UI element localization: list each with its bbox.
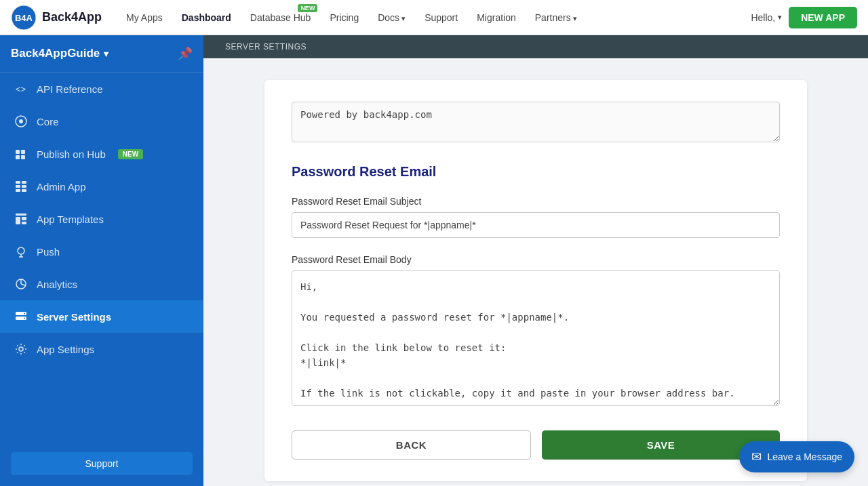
new-app-button[interactable]: NEW APP (789, 7, 857, 28)
body-label: Password Reset Email Body (292, 254, 780, 265)
sidebar-item-app-templates[interactable]: App Templates (0, 203, 203, 235)
sidebar-app-name[interactable]: Back4AppGuide ▾ (11, 47, 108, 60)
sidebar-item-app-settings[interactable]: App Settings (0, 333, 203, 365)
svg-point-27 (19, 347, 23, 351)
svg-point-19 (18, 247, 24, 254)
action-row: BACK SAVE (292, 430, 780, 460)
nav-dashboard[interactable]: Dashboard (174, 8, 239, 27)
prev-body-textarea[interactable]: Powered by back4app.com (292, 102, 780, 142)
body-textarea[interactable]: Hi, You requested a password reset for *… (292, 270, 780, 406)
core-icon (14, 114, 28, 129)
svg-rect-16 (16, 217, 20, 224)
top-nav: B4A Back4App My Apps Dashboard Database … (0, 0, 868, 35)
nav-partners[interactable]: Partners (527, 8, 585, 27)
back-button[interactable]: BACK (292, 430, 531, 460)
svg-rect-6 (21, 150, 25, 154)
svg-rect-5 (16, 150, 20, 154)
sidebar-item-publish-hub[interactable]: Publish on Hub NEW (0, 138, 203, 170)
support-button[interactable]: Support (11, 452, 193, 475)
nav-databasehub[interactable]: Database Hub NEW (242, 8, 319, 27)
section-title: Password Reset Email (292, 164, 780, 180)
nav-right: Hello, ▾ NEW APP (751, 7, 857, 28)
admin-icon (14, 179, 28, 194)
hello-user: Hello, ▾ (751, 12, 782, 23)
logo-icon: B4A (11, 5, 37, 31)
svg-rect-14 (22, 189, 26, 192)
settings-icon (14, 342, 28, 357)
chat-label: Leave a Message (767, 451, 842, 462)
logo-text: Back4App (42, 10, 102, 24)
sidebar-item-analytics[interactable]: Analytics (0, 268, 203, 300)
sidebar-pin-icon[interactable]: 📌 (178, 46, 193, 61)
svg-text:<>: <> (16, 84, 26, 94)
publish-hub-badge: NEW (118, 149, 143, 159)
sidebar-item-push[interactable]: Push (0, 235, 203, 268)
sidebar-item-admin-app[interactable]: Admin App (0, 170, 203, 203)
sidebar-item-server-settings[interactable]: Server Settings (0, 300, 203, 333)
svg-rect-12 (22, 185, 26, 188)
nav-links: My Apps Dashboard Database Hub NEW Prici… (118, 8, 751, 27)
svg-point-25 (24, 313, 25, 315)
server-icon (14, 309, 28, 324)
api-icon: <> (14, 81, 28, 96)
sidebar-footer: Support (0, 441, 203, 486)
subject-input[interactable] (292, 212, 780, 238)
sidebar-header: Back4AppGuide ▾ 📌 (0, 35, 203, 73)
svg-rect-8 (21, 155, 25, 159)
sidebar-item-core[interactable]: Core (0, 105, 203, 138)
database-hub-badge: NEW (298, 4, 317, 12)
svg-point-26 (24, 318, 25, 319)
svg-rect-17 (22, 217, 26, 220)
sidebar-item-api-reference[interactable]: <> API Reference (0, 73, 203, 105)
svg-rect-13 (16, 189, 20, 192)
nav-migration[interactable]: Migration (469, 8, 524, 27)
sidebar-app-arrow: ▾ (104, 49, 108, 59)
svg-rect-11 (16, 185, 20, 188)
main-content: Powered by back4app.com Password Reset E… (203, 58, 868, 486)
subject-label: Password Reset Email Subject (292, 196, 780, 207)
templates-icon (14, 211, 28, 226)
nav-pricing[interactable]: Pricing (321, 8, 367, 27)
svg-point-4 (19, 119, 23, 123)
body-layout: Back4AppGuide ▾ 📌 <> API Reference Core (0, 35, 868, 486)
analytics-icon (14, 277, 28, 291)
content-card: Powered by back4app.com Password Reset E… (264, 80, 807, 481)
nav-support[interactable]: Support (416, 8, 466, 27)
chat-bubble[interactable]: ✉ Leave a Message (739, 441, 854, 472)
breadcrumb: Server Settings (203, 35, 868, 58)
publish-icon (14, 146, 28, 161)
push-icon (14, 244, 28, 259)
svg-rect-7 (16, 155, 20, 159)
chat-icon: ✉ (751, 449, 762, 464)
svg-rect-18 (22, 222, 26, 224)
svg-rect-15 (16, 214, 26, 216)
svg-rect-9 (16, 181, 20, 184)
sidebar: Back4AppGuide ▾ 📌 <> API Reference Core (0, 35, 203, 486)
logo[interactable]: B4A Back4App (11, 5, 102, 31)
svg-rect-10 (22, 181, 26, 184)
svg-text:B4A: B4A (15, 13, 33, 23)
nav-myapps[interactable]: My Apps (118, 8, 171, 27)
nav-docs[interactable]: Docs (370, 8, 414, 27)
